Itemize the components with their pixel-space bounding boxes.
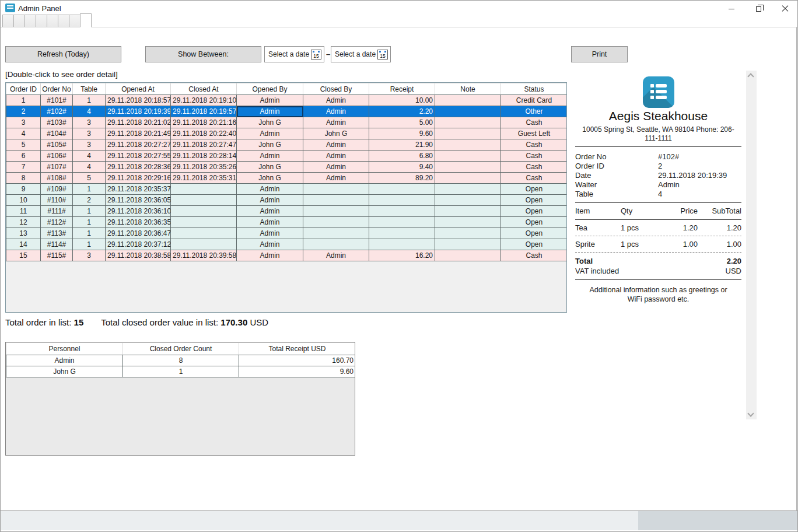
cell-closed-at[interactable]: 29.11.2018 20:28:14 (171, 150, 237, 162)
order-row[interactable]: 3 #103# 3 29.11.2018 20:21:02 29.11.2018… (6, 117, 568, 128)
cell-opened-by[interactable]: Admin (237, 206, 303, 217)
calendar-icon[interactable]: 15 (377, 50, 388, 60)
cell-order-no[interactable]: #101# (41, 95, 73, 106)
order-row[interactable]: 8 #108# 5 29.11.2018 20:29:16 29.11.2018… (6, 173, 568, 184)
cell-closed-count[interactable]: 1 (123, 366, 239, 377)
order-row[interactable]: 11 #111# 1 29.11.2018 20:36:10 Admin Ope… (6, 206, 568, 217)
cell-personnel[interactable]: Admin (6, 355, 123, 366)
cell-opened-by[interactable]: Admin (237, 184, 303, 195)
cell-opened-by[interactable]: Admin (237, 128, 303, 139)
cell-opened-at[interactable]: 29.11.2018 20:36:10 (106, 206, 171, 217)
cell-table[interactable]: 5 (73, 173, 106, 184)
cell-table[interactable]: 1 (73, 217, 106, 228)
cell-order-no[interactable]: #114# (41, 239, 73, 250)
order-row[interactable]: 5 #105# 3 29.11.2018 20:27:27 29.11.2018… (6, 139, 568, 150)
column-header[interactable]: Total Receipt USD (239, 343, 356, 355)
cell-table[interactable]: 1 (73, 184, 106, 195)
cell-opened-at[interactable]: 29.11.2018 20:37:12 (106, 239, 171, 250)
cell-opened-at[interactable]: 29.11.2018 20:27:55 (106, 150, 171, 162)
cell-opened-at[interactable]: 29.11.2018 20:29:16 (106, 173, 171, 184)
cell-closed-at[interactable] (171, 217, 237, 228)
cell-status[interactable]: Cash (501, 117, 568, 128)
order-row[interactable]: 10 #110# 2 29.11.2018 20:36:05 Admin Ope… (6, 195, 568, 206)
column-header[interactable]: Opened At (106, 83, 171, 95)
cell-status[interactable]: Open (501, 217, 568, 228)
cell-status[interactable]: Cash (501, 173, 568, 184)
cell-status[interactable]: Open (501, 239, 568, 250)
cell-table[interactable]: 3 (73, 128, 106, 139)
cell-opened-by[interactable]: John G (237, 139, 303, 150)
cell-receipt[interactable]: 9.60 (369, 128, 435, 139)
calendar-icon[interactable]: 15 (311, 50, 321, 60)
cell-order-id[interactable]: 14 (6, 239, 41, 250)
cell-closed-at[interactable]: 29.11.2018 20:19:57 (171, 106, 237, 117)
cell-order-no[interactable]: #105# (41, 139, 73, 150)
cell-order-no[interactable]: #112# (41, 217, 73, 228)
cell-receipt[interactable]: 21.90 (369, 139, 435, 150)
cell-table[interactable]: 4 (73, 162, 106, 173)
cell-receipt[interactable] (369, 228, 435, 239)
cell-opened-by[interactable]: Admin (237, 250, 303, 261)
cell-order-id[interactable]: 6 (6, 150, 41, 162)
tab[interactable] (13, 15, 25, 27)
cell-closed-by[interactable]: Admin (303, 117, 369, 128)
cell-order-id[interactable]: 15 (6, 250, 41, 261)
cell-table[interactable]: 4 (73, 106, 106, 117)
cell-closed-by[interactable]: Admin (303, 250, 369, 261)
cell-total-receipt[interactable]: 160.70 (239, 355, 356, 366)
cell-opened-by[interactable]: Admin (237, 195, 303, 206)
cell-order-no[interactable]: #111# (41, 206, 73, 217)
cell-closed-by[interactable]: Admin (303, 139, 369, 150)
date-to-picker[interactable]: Select a date 15 (331, 46, 391, 62)
cell-closed-at[interactable] (171, 239, 237, 250)
cell-closed-at[interactable]: 29.11.2018 20:39:58 (171, 250, 237, 261)
cell-note[interactable] (435, 228, 501, 239)
cell-order-id[interactable]: 8 (6, 173, 41, 184)
personnel-row[interactable]: Admin 8 160.70 (6, 355, 356, 366)
column-header[interactable]: Note (435, 83, 501, 95)
column-header[interactable]: Order ID (6, 83, 41, 95)
cell-closed-at[interactable]: 29.11.2018 20:35:26 (171, 162, 237, 173)
column-header[interactable]: Table (73, 83, 106, 95)
cell-status[interactable]: Open (501, 228, 568, 239)
cell-status[interactable]: Cash (501, 250, 568, 261)
chevron-down-icon[interactable] (747, 410, 754, 416)
receipt-scrollbar[interactable] (746, 71, 757, 419)
cell-table[interactable]: 3 (73, 117, 106, 128)
cell-opened-by[interactable]: John G (237, 117, 303, 128)
tab[interactable] (2, 15, 14, 27)
cell-status[interactable]: Open (501, 184, 568, 195)
cell-note[interactable] (435, 117, 501, 128)
tab[interactable] (58, 15, 69, 27)
cell-receipt[interactable]: 9.40 (369, 162, 435, 173)
cell-note[interactable] (435, 184, 501, 195)
cell-opened-by[interactable]: Admin (237, 217, 303, 228)
cell-receipt[interactable]: 5.00 (369, 117, 435, 128)
column-header[interactable]: Closed Order Count (123, 343, 239, 355)
cell-table[interactable]: 1 (73, 228, 106, 239)
cell-order-no[interactable]: #115# (41, 250, 73, 261)
order-row[interactable]: 9 #109# 1 29.11.2018 20:35:37 Admin Open (6, 184, 568, 195)
cell-receipt[interactable] (369, 206, 435, 217)
cell-total-receipt[interactable]: 9.60 (239, 366, 356, 377)
refresh-today-button[interactable]: Refresh (Today) (5, 46, 121, 62)
chevron-up-icon[interactable] (747, 73, 754, 79)
cell-opened-by[interactable]: Admin (237, 228, 303, 239)
cell-table[interactable]: 1 (73, 95, 106, 106)
column-header[interactable]: Order No (41, 83, 73, 95)
cell-opened-by[interactable]: Admin (237, 239, 303, 250)
cell-order-no[interactable]: #109# (41, 184, 73, 195)
cell-closed-at[interactable]: 29.11.2018 20:27:47 (171, 139, 237, 150)
cell-opened-at[interactable]: 29.11.2018 20:28:36 (106, 162, 171, 173)
tab[interactable] (36, 15, 47, 27)
cell-order-id[interactable]: 4 (6, 128, 41, 139)
cell-closed-by[interactable] (303, 239, 369, 250)
column-header[interactable]: Closed By (303, 83, 369, 95)
date-from-picker[interactable]: Select a date 15 (264, 46, 324, 62)
cell-receipt[interactable]: 2.20 (369, 106, 435, 117)
cell-receipt[interactable]: 16.20 (369, 250, 435, 261)
cell-opened-by[interactable]: John G (237, 173, 303, 184)
cell-note[interactable] (435, 239, 501, 250)
cell-closed-at[interactable]: 29.11.2018 20:22:40 (171, 128, 237, 139)
show-between-button[interactable]: Show Between: (145, 46, 261, 62)
